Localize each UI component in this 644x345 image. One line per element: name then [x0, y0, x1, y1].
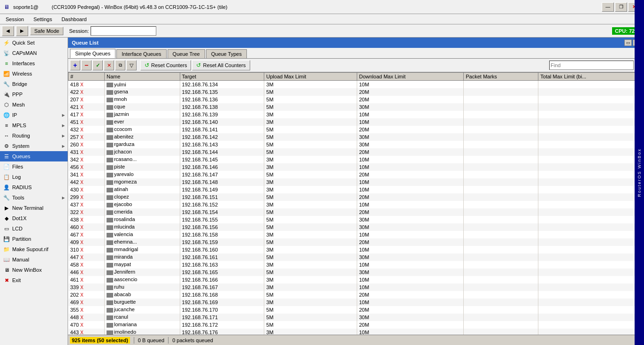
remove-button[interactable]: − [81, 60, 92, 70]
table-row[interactable]: 431 X jchacon 192.168.76.144 5M 20M [69, 148, 644, 156]
table-row[interactable]: 438 X rosalinda 192.168.76.155 5M 30M [69, 216, 644, 223]
sidebar-item-make-supout[interactable]: 📁 Make Supout.rif [0, 244, 68, 254]
col-num[interactable]: # [69, 73, 105, 81]
sidebar-item-interfaces[interactable]: ≡ Interfaces [0, 58, 68, 69]
col-target[interactable]: Target [180, 73, 264, 81]
table-row[interactable]: 355 X jucanche 192.168.76.170 5M 20M [69, 306, 644, 314]
col-upload[interactable]: Upload Max Limit [264, 73, 357, 81]
sidebar-item-wireless[interactable]: 📶 Wireless [0, 69, 68, 79]
tab-queue-tree[interactable]: Queue Tree [168, 49, 205, 58]
panel-minimize-button[interactable]: ▭ [624, 39, 632, 46]
col-name[interactable]: Name [104, 73, 180, 81]
col-marks[interactable]: Packet Marks [464, 73, 538, 81]
sidebar-item-lcd[interactable]: ▭ LCD [0, 223, 68, 234]
tab-queue-types[interactable]: Queue Types [206, 49, 247, 58]
session-input[interactable] [91, 26, 156, 36]
cell-total [538, 171, 644, 178]
enable-button[interactable]: ✓ [92, 60, 103, 70]
sidebar-label-ip: IP [12, 112, 17, 118]
x-mark: X [80, 240, 84, 245]
cell-download: 10M [357, 178, 463, 186]
col-download[interactable]: Download Max Limit [357, 73, 463, 81]
sidebar-item-log[interactable]: 📋 Log [0, 172, 68, 182]
sidebar-item-capsman[interactable]: 📡 CAPsMAN [0, 48, 68, 58]
sidebar-item-new-winbox[interactable]: 🖥 New WinBox [0, 265, 68, 275]
forward-button[interactable]: ▶ [16, 26, 28, 36]
sidebar-item-system[interactable]: ⚙ System ▶ [0, 141, 68, 151]
sidebar-item-files[interactable]: 📄 Files [0, 161, 68, 172]
table-row[interactable]: 409 X ehemna... 192.168.76.159 5M 20M [69, 238, 644, 246]
sidebar-item-ip[interactable]: 🌐 IP ▶ [0, 110, 68, 120]
sidebar-item-routing[interactable]: ↔ Routing ▶ [0, 130, 68, 141]
sidebar-item-new-terminal[interactable]: ▶ New Terminal [0, 203, 68, 213]
table-row[interactable]: 461 X aascencio 192.168.76.166 3M 10M [69, 276, 644, 284]
table-row[interactable]: 310 X mmadrigal 192.168.76.160 3M 10M [69, 246, 644, 253]
table-row[interactable]: 430 X atinah 192.168.76.149 3M 10M [69, 186, 644, 193]
reset-counters-button[interactable]: ↺ Reset Counters [140, 60, 191, 70]
menu-session[interactable]: Session [2, 15, 28, 23]
cell-upload: 5M [264, 148, 357, 156]
table-row[interactable]: 469 X burguette 192.168.76.169 3M 10M [69, 299, 644, 306]
table-row[interactable]: 342 X rcasano... 192.168.76.145 3M 10M [69, 156, 644, 163]
table-row[interactable]: 458 X maypat 192.168.76.163 3M 10M [69, 261, 644, 268]
cell-total [538, 284, 644, 291]
sidebar-item-queues[interactable]: ☰ Queues [0, 151, 68, 161]
table-row[interactable]: 470 X lomariana 192.168.76.172 5M 20M [69, 321, 644, 329]
cell-marks [464, 284, 538, 291]
sidebar-item-partition[interactable]: 💾 Partition [0, 234, 68, 244]
sidebar-item-exit[interactable]: ✖ Exit [0, 275, 68, 285]
tab-interface-queues[interactable]: Interface Queues [116, 49, 166, 58]
table-row[interactable]: 456 X piste 192.168.76.146 3M 10M [69, 163, 644, 171]
table-row[interactable]: 257 X abenitez 192.168.76.142 5M 30M [69, 133, 644, 141]
minimize-button[interactable]: — [602, 2, 614, 12]
maximize-button[interactable]: ❐ [615, 2, 627, 12]
table-row[interactable]: 432 X ccocom 192.168.76.141 5M 20M [69, 126, 644, 133]
table-row[interactable]: 467 X valencia 192.168.76.158 3M 10M [69, 231, 644, 238]
table-row[interactable]: 446 X Jennifern 192.168.76.165 5M 30M [69, 268, 644, 276]
table-row[interactable]: 451 X ever 192.168.76.140 3M 10M [69, 118, 644, 126]
col-total[interactable]: Total Max Limit (bi... [538, 73, 644, 81]
table-row[interactable]: 339 X ruhu 192.168.76.167 3M 10M [69, 284, 644, 291]
cell-upload: 5M [264, 238, 357, 246]
back-button[interactable]: ◀ [2, 26, 14, 36]
sidebar-item-manual[interactable]: 📖 Manual [0, 254, 68, 265]
table-row[interactable]: 322 X cmerida 192.168.76.154 5M 20M [69, 208, 644, 216]
table-row[interactable]: 422 X gsena 192.168.76.135 5M 20M [69, 88, 644, 96]
sidebar-item-bridge[interactable]: 🔧 Bridge [0, 79, 68, 89]
copy-button[interactable]: ⧉ [115, 60, 125, 70]
table-row[interactable]: 443 X imolinedo 192.168.76.176 3M 10M [69, 329, 644, 335]
table-row[interactable]: 202 X abacab 192.168.76.168 5M 20M [69, 291, 644, 299]
cell-upload: 3M [264, 299, 357, 306]
reset-all-counters-button[interactable]: ↺ Reset All Counters [192, 60, 250, 70]
table-row[interactable]: 421 X cque 192.168.76.138 5M 30M [69, 103, 644, 111]
sidebar-item-ppp[interactable]: 🔌 PPP [0, 89, 68, 100]
table-row[interactable]: 442 X mgomeza 192.168.76.148 3M 10M [69, 178, 644, 186]
table-row[interactable]: 417 X jazmin 192.168.76.139 3M 10M [69, 111, 644, 118]
table-row[interactable]: 448 X rcanul 192.168.76.171 5M 30M [69, 314, 644, 321]
menu-settings[interactable]: Settings [30, 15, 56, 23]
disable-button[interactable]: ✕ [104, 60, 114, 70]
sidebar-item-dot1x[interactable]: ◆ Dot1X [0, 213, 68, 223]
table-row[interactable]: 437 X ejacobo 192.168.76.152 3M 10M [69, 201, 644, 208]
sidebar-item-tools[interactable]: 🔧 Tools ▶ [0, 192, 68, 203]
find-input[interactable] [549, 61, 634, 70]
menu-dashboard[interactable]: Dashboard [58, 15, 91, 23]
safe-mode-button[interactable]: Safe Mode [30, 27, 63, 35]
sidebar-item-mesh[interactable]: ⬡ Mesh [0, 100, 68, 110]
sidebar-item-mpls[interactable]: ≡ MPLS ▶ [0, 120, 68, 130]
add-button[interactable]: + [70, 60, 80, 70]
table-row[interactable]: 260 X rgarduza 192.168.76.143 5M 30M [69, 141, 644, 148]
tab-simple-queues[interactable]: Simple Queues [70, 49, 115, 58]
cell-name: rgarduza [104, 141, 180, 148]
table-row[interactable]: 341 X yarevalo 192.168.76.147 5M 20M [69, 171, 644, 178]
sidebar-item-radius[interactable]: 👤 RADIUS [0, 182, 68, 192]
filter-button[interactable]: ▽ [126, 60, 137, 70]
table-container[interactable]: # Name Target Upload Max Limit Download … [68, 72, 644, 335]
winbox-side-label: RouterOS WinBox [635, 0, 644, 345]
sidebar-item-quick-set[interactable]: ⚡ Quick Set [0, 38, 68, 48]
table-row[interactable]: 418 X yulmi 192.168.76.134 3M 10M [69, 81, 644, 88]
table-row[interactable]: 460 X mlucinda 192.168.76.156 5M 30M [69, 223, 644, 231]
table-row[interactable]: 447 X miranda 192.168.76.161 5M 30M [69, 253, 644, 261]
table-row[interactable]: 299 X clopez 192.168.76.151 5M 20M [69, 193, 644, 201]
table-row[interactable]: 207 X mnoh 192.168.76.136 5M 20M [69, 96, 644, 103]
